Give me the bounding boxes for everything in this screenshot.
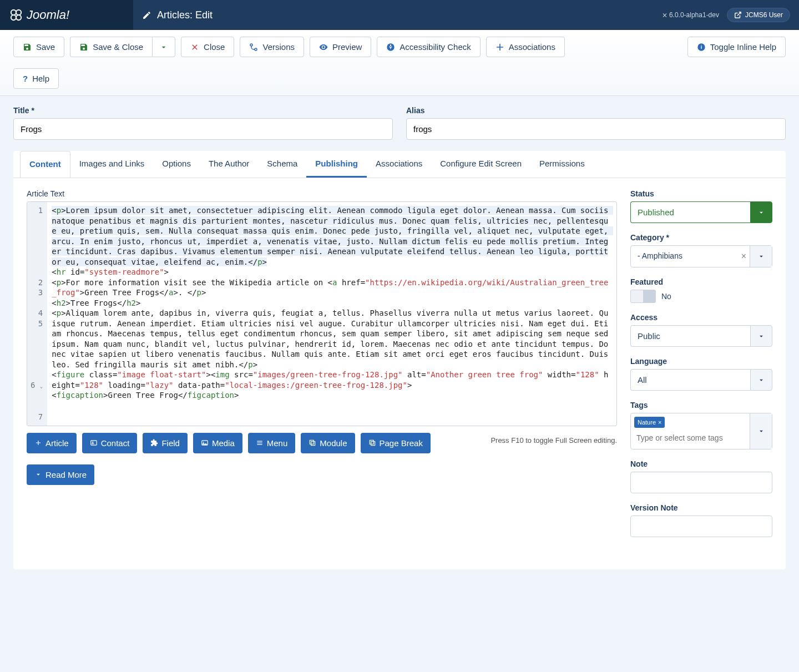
save-button[interactable]: Save (13, 37, 64, 57)
svg-rect-15 (311, 442, 315, 446)
svg-point-0 (11, 10, 16, 15)
tag-chip[interactable]: Nature× (634, 417, 665, 428)
code-editor[interactable]: 1 23 45 6 ⌄ 7 <p>Lorem ipsum dolor sit a… (27, 201, 617, 426)
chevron-down-icon (757, 252, 765, 260)
tab-options[interactable]: Options (153, 151, 200, 178)
category-dropdown-toggle[interactable] (750, 246, 772, 267)
tab-author[interactable]: The Author (200, 151, 258, 178)
code-content: <p>Lorem ipsum dolor sit amet, consectet… (47, 202, 616, 426)
tab-content[interactable]: Content (20, 151, 70, 178)
brand-text: Joomla! (27, 8, 69, 22)
status-select[interactable]: Published (630, 201, 750, 223)
insert-pagebreak-button[interactable]: Page Break (361, 433, 431, 453)
chevron-down-icon (757, 427, 765, 435)
external-link-icon (734, 11, 742, 19)
version-badge: ⨯ 6.0.0-alpha1-dev (662, 11, 719, 19)
list-icon (256, 439, 264, 447)
close-icon (190, 43, 199, 52)
title-input[interactable] (13, 118, 393, 140)
user-menu[interactable]: JCMS6 User (727, 8, 790, 22)
user-label: JCMS6 User (745, 11, 783, 19)
pencil-icon (142, 11, 151, 20)
page-title: Articles: Edit (157, 9, 213, 21)
question-icon: ? (23, 74, 28, 83)
tags-input[interactable] (634, 430, 746, 446)
tab-associations[interactable]: Associations (367, 151, 431, 178)
category-select[interactable]: - Amphibians (631, 246, 738, 267)
top-bar: Joomla! Articles: Edit ⨯ 6.0.0-alpha1-de… (0, 0, 799, 30)
category-clear[interactable]: × (738, 246, 750, 267)
associations-button[interactable]: Associations (486, 37, 565, 57)
insert-article-button[interactable]: Article (27, 433, 77, 453)
joomla-icon (10, 9, 22, 21)
tab-permissions[interactable]: Permissions (530, 151, 594, 178)
status-dropdown-toggle[interactable] (750, 201, 772, 223)
access-dropdown-toggle[interactable] (750, 325, 772, 347)
copy-icon (368, 439, 376, 447)
tab-images-links[interactable]: Images and Links (70, 151, 154, 178)
copy-icon (309, 439, 316, 447)
svg-point-1 (16, 10, 21, 15)
card-icon (90, 439, 98, 447)
chevron-down-icon (159, 43, 168, 52)
insert-menu-button[interactable]: Menu (248, 433, 296, 453)
save-close-dropdown[interactable] (152, 37, 175, 57)
save-close-button[interactable]: Save & Close (70, 37, 152, 57)
insert-field-button[interactable]: Field (143, 433, 188, 453)
toggle-help-button[interactable]: iToggle Inline Help (687, 37, 786, 57)
tab-configure-edit[interactable]: Configure Edit Screen (431, 151, 530, 178)
image-icon (201, 439, 209, 447)
svg-point-14 (203, 442, 204, 443)
svg-line-4 (737, 12, 741, 16)
version-note-input[interactable] (630, 516, 772, 537)
versions-button[interactable]: Versions (240, 37, 304, 57)
version-note-label: Version Note (630, 503, 772, 512)
puzzle-icon (150, 439, 158, 447)
language-select[interactable]: All (630, 369, 750, 391)
tab-bar: Content Images and Links Options The Aut… (13, 151, 786, 178)
language-dropdown-toggle[interactable] (750, 369, 772, 391)
chevron-down-icon (757, 332, 765, 340)
svg-rect-18 (370, 440, 373, 444)
title-label: Title (13, 106, 393, 115)
editor-hint: Press F10 to toggle Full Screen editing. (490, 433, 617, 444)
tags-dropdown-toggle[interactable] (750, 413, 772, 449)
featured-toggle[interactable] (630, 290, 656, 303)
chevron-down-icon (757, 376, 765, 384)
tags-label: Tags (630, 401, 772, 410)
accessibility-icon (386, 43, 395, 52)
svg-rect-16 (310, 440, 314, 444)
note-input[interactable] (630, 472, 772, 493)
insert-module-button[interactable]: Module (301, 433, 355, 453)
help-button[interactable]: ?Help (13, 68, 59, 89)
alias-input[interactable] (406, 118, 786, 140)
associations-icon (495, 43, 504, 52)
save-icon (23, 43, 32, 52)
tab-publishing[interactable]: Publishing (306, 151, 367, 178)
featured-value: No (661, 292, 671, 301)
alias-label: Alias (406, 106, 786, 115)
svg-text:i: i (700, 44, 702, 50)
chevron-down-icon (757, 209, 765, 216)
info-icon: i (697, 43, 706, 52)
eye-icon (319, 43, 328, 52)
tag-remove-icon[interactable]: × (658, 419, 661, 426)
svg-point-3 (16, 15, 21, 20)
insert-media-button[interactable]: Media (193, 433, 242, 453)
insert-contact-button[interactable]: Contact (82, 433, 138, 453)
status-label: Status (630, 189, 772, 198)
access-label: Access (630, 313, 772, 322)
category-label: Category (630, 233, 772, 242)
save-icon (79, 43, 88, 52)
language-label: Language (630, 357, 772, 366)
access-select[interactable]: Public (630, 325, 750, 347)
close-button[interactable]: Close (181, 37, 234, 57)
featured-label: Featured (630, 277, 772, 286)
insert-readmore-button[interactable]: Read More (27, 464, 94, 485)
accessibility-button[interactable]: Accessibility Check (377, 37, 480, 57)
toolbar: Save Save & Close Close Versions Preview… (0, 30, 799, 96)
brand-logo[interactable]: Joomla! (0, 0, 133, 30)
tab-schema[interactable]: Schema (258, 151, 306, 178)
preview-button[interactable]: Preview (310, 37, 371, 57)
branch-icon (249, 43, 258, 52)
